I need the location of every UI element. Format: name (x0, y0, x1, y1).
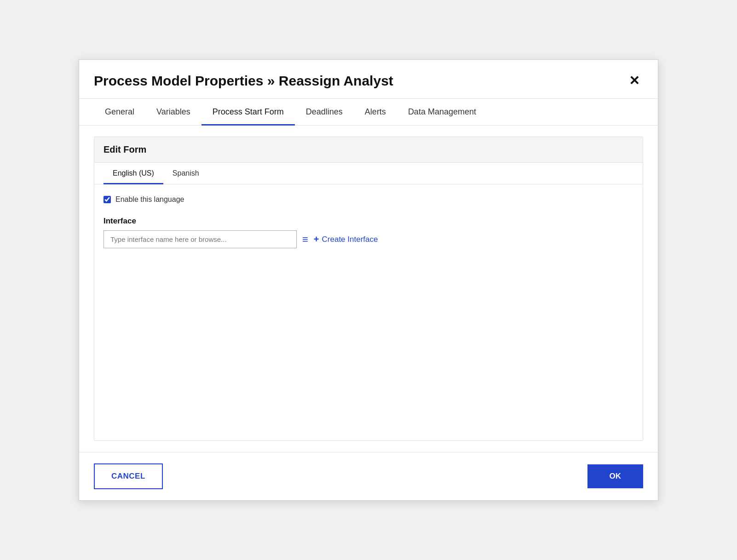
language-tabs: English (US) Spanish (94, 163, 643, 184)
dialog-title: Process Model Properties » Reassign Anal… (94, 73, 393, 89)
tab-alerts[interactable]: Alerts (354, 99, 397, 126)
tab-variables[interactable]: Variables (145, 99, 202, 126)
lang-tab-english[interactable]: English (US) (104, 163, 163, 184)
edit-form-title: Edit Form (104, 144, 146, 154)
interface-label: Interface (104, 217, 633, 226)
lang-tab-spanish[interactable]: Spanish (163, 163, 208, 184)
list-icon: ≡ (302, 234, 308, 246)
ok-button[interactable]: OK (587, 464, 644, 488)
tab-deadlines[interactable]: Deadlines (295, 99, 354, 126)
enable-language-checkbox[interactable] (104, 196, 111, 203)
tab-process-start-form[interactable]: Process Start Form (202, 99, 295, 126)
browse-list-button[interactable]: ≡ (302, 234, 308, 246)
enable-language-label: Enable this language (115, 195, 184, 204)
plus-icon: + (314, 234, 319, 245)
dialog: Process Model Properties » Reassign Anal… (79, 59, 658, 501)
dialog-body: Edit Form English (US) Spanish Enable th… (79, 126, 658, 452)
tab-general[interactable]: General (94, 99, 145, 126)
interface-section: Interface ≡ + Create Interface (104, 217, 633, 248)
form-content: Enable this language Interface ≡ + Creat… (94, 184, 643, 440)
tabs-nav: General Variables Process Start Form Dea… (79, 99, 658, 126)
edit-form-section: Edit Form English (US) Spanish Enable th… (94, 137, 643, 441)
dialog-header: Process Model Properties » Reassign Anal… (79, 60, 658, 99)
edit-form-header: Edit Form (94, 137, 643, 163)
tab-data-management[interactable]: Data Management (397, 99, 487, 126)
cancel-button[interactable]: CANCEL (94, 463, 163, 489)
enable-language-row: Enable this language (104, 195, 633, 204)
close-button[interactable]: ✕ (625, 73, 643, 89)
interface-controls: ≡ + Create Interface (104, 230, 633, 248)
interface-input[interactable] (104, 230, 297, 248)
dialog-footer: CANCEL OK (79, 452, 658, 500)
create-interface-button[interactable]: + Create Interface (314, 234, 378, 245)
create-interface-label: Create Interface (322, 235, 378, 244)
